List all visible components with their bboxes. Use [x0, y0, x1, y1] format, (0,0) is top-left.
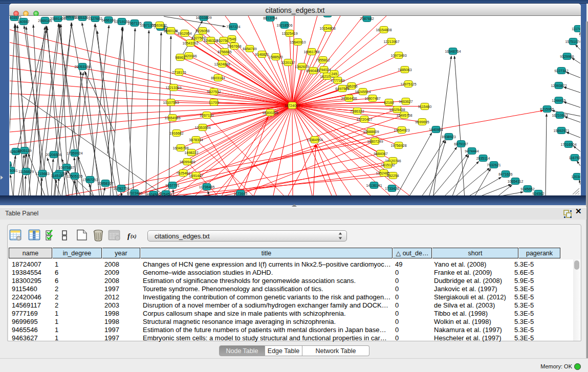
svg-text:9115460: 9115460 [418, 105, 432, 108]
svg-text:10654112: 10654112 [508, 180, 524, 183]
svg-text:15751074: 15751074 [565, 40, 580, 43]
svg-text:6794024: 6794024 [317, 68, 331, 72]
svg-text:29053346: 29053346 [74, 65, 90, 69]
svg-text:16046788: 16046788 [172, 146, 188, 150]
svg-text:8454749: 8454749 [243, 47, 256, 51]
svg-text:20206536: 20206536 [46, 153, 61, 157]
svg-text:1362615: 1362615 [295, 65, 309, 69]
svg-text:8246328: 8246328 [204, 39, 217, 42]
svg-text:8813054: 8813054 [263, 16, 277, 20]
svg-text:8603144: 8603144 [211, 76, 225, 80]
svg-text:9684067: 9684067 [374, 152, 387, 156]
svg-text:7357224: 7357224 [226, 25, 240, 29]
svg-text:19218506: 19218506 [276, 24, 292, 27]
svg-text:4935061: 4935061 [10, 169, 18, 172]
svg-text:14136141: 14136141 [366, 184, 382, 187]
svg-text:1498222: 1498222 [184, 151, 198, 155]
svg-text:16648764: 16648764 [445, 50, 461, 53]
svg-text:10154808: 10154808 [319, 27, 335, 30]
svg-text:2935114: 2935114 [476, 157, 490, 160]
svg-text:1905139: 1905139 [17, 149, 31, 152]
svg-text:39114: 39114 [10, 163, 12, 167]
svg-text:8924502: 8924502 [146, 193, 160, 196]
svg-text:9699695: 9699695 [415, 120, 429, 124]
svg-text:1215683: 1215683 [35, 172, 49, 176]
svg-text:10025438: 10025438 [389, 108, 405, 112]
svg-text:12505135: 12505135 [67, 174, 82, 178]
svg-text:10958107: 10958107 [97, 182, 113, 185]
svg-text:17957253: 17957253 [82, 178, 98, 182]
svg-text:16961758: 16961758 [303, 50, 319, 54]
svg-text:1691447: 1691447 [189, 174, 203, 178]
svg-text:18724007: 18724007 [284, 104, 300, 107]
svg-text:5226058: 5226058 [195, 29, 209, 33]
svg-text:19756928: 19756928 [390, 144, 406, 147]
svg-text:10975887: 10975887 [58, 166, 74, 169]
svg-text:17016504: 17016504 [560, 143, 576, 146]
svg-text:245: 245 [331, 72, 337, 76]
svg-text:114519: 114519 [51, 174, 63, 178]
svg-text:11736485: 11736485 [199, 185, 215, 189]
svg-text:7663822: 7663822 [153, 24, 166, 27]
svg-text:17359924: 17359924 [67, 151, 82, 155]
svg-text:11700: 11700 [209, 101, 219, 104]
svg-text:16245514: 16245514 [355, 90, 371, 94]
svg-text:2367608: 2367608 [227, 45, 241, 48]
svg-text:1173645: 1173645 [234, 192, 248, 195]
svg-text:16154808: 16154808 [376, 28, 391, 32]
svg-text:12424848: 12424848 [214, 62, 230, 66]
svg-text:2087682: 2087682 [360, 17, 374, 20]
svg-text:9245652: 9245652 [520, 187, 534, 191]
svg-text:10543392: 10543392 [182, 41, 198, 45]
svg-text:18300295: 18300295 [262, 111, 278, 115]
svg-text:7632621: 7632621 [487, 163, 500, 167]
svg-text:116753: 116753 [569, 156, 580, 160]
svg-text:15495758: 15495758 [396, 114, 412, 117]
svg-text:9146821: 9146821 [255, 53, 269, 56]
svg-text:3267130: 3267130 [200, 114, 213, 117]
svg-text:8912954: 8912954 [178, 32, 191, 35]
svg-text:7625402: 7625402 [176, 171, 190, 175]
svg-text:8471626: 8471626 [498, 172, 512, 176]
svg-text:1117484: 1117484 [572, 27, 580, 31]
svg-text:15692971: 15692971 [553, 129, 569, 133]
svg-text:62160: 62160 [384, 101, 394, 104]
svg-text:10807487: 10807487 [364, 97, 380, 100]
svg-text:(x): (x) [130, 233, 137, 239]
svg-text:12323446: 12323446 [126, 191, 142, 195]
svg-text:8938923: 8938923 [442, 135, 455, 139]
svg-text:9777169: 9777169 [331, 79, 344, 82]
svg-text:2718176: 2718176 [172, 71, 186, 74]
svg-text:98961: 98961 [175, 56, 185, 59]
svg-text:12353594: 12353594 [194, 126, 210, 129]
svg-text:16033809: 16033809 [195, 16, 211, 19]
svg-text:7386322: 7386322 [350, 110, 364, 113]
svg-text:10654985: 10654985 [164, 116, 180, 120]
svg-text:16210643: 16210643 [552, 114, 568, 117]
svg-text:1916682: 1916682 [169, 132, 183, 135]
svg-text:8215955: 8215955 [540, 107, 554, 111]
svg-text:13325419: 13325419 [281, 32, 297, 35]
svg-text:924562: 924562 [532, 192, 544, 195]
svg-text:140557: 140557 [17, 20, 29, 24]
svg-text:9657791: 9657791 [165, 184, 179, 187]
svg-text:12213369: 12213369 [165, 86, 181, 90]
svg-text:1244415: 1244415 [552, 99, 565, 102]
svg-text:19384554: 19384554 [307, 138, 322, 142]
svg-text:12093872: 12093872 [551, 84, 567, 87]
svg-text:7955812: 7955812 [316, 58, 330, 62]
svg-text:9660124: 9660124 [164, 29, 178, 33]
svg-text:10973493: 10973493 [390, 54, 406, 57]
svg-text:7546: 7546 [228, 37, 236, 41]
svg-text:16099489: 16099489 [179, 160, 195, 164]
svg-text:10688609: 10688609 [363, 130, 379, 134]
svg-text:120340: 120340 [571, 175, 580, 179]
svg-text:10107553: 10107553 [163, 101, 179, 104]
svg-text:9474444: 9474444 [465, 149, 478, 153]
svg-text:1527602: 1527602 [88, 17, 102, 20]
svg-text:9329966: 9329966 [560, 55, 574, 58]
svg-text:3220137: 3220137 [281, 61, 295, 64]
svg-text:19654923: 19654923 [394, 128, 409, 132]
svg-text:7485063: 7485063 [398, 68, 411, 72]
svg-text:20364436: 20364436 [341, 97, 357, 100]
